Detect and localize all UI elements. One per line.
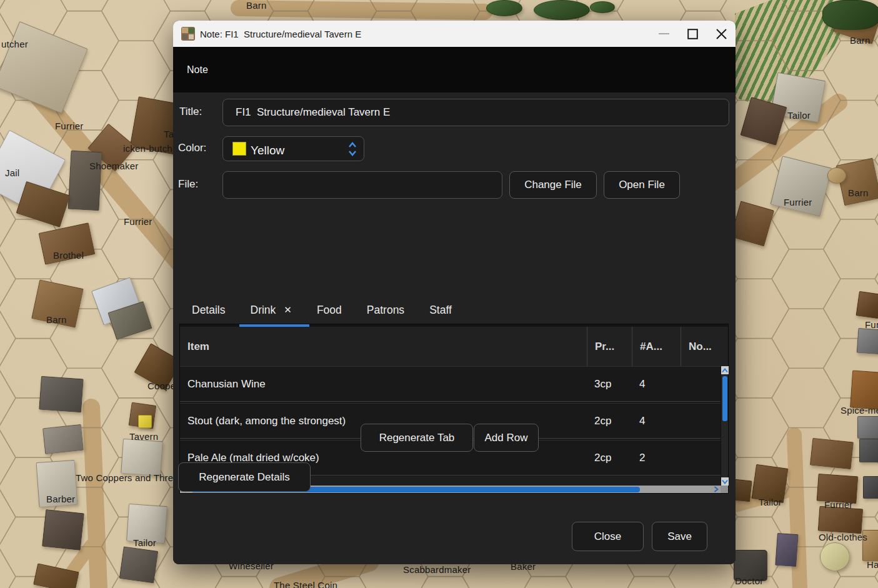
open-file-button[interactable]: Open File bbox=[604, 171, 680, 199]
map-label: Furrier bbox=[55, 121, 84, 131]
map-label: Furrier bbox=[824, 499, 853, 510]
scroll-right-icon bbox=[714, 486, 719, 492]
building bbox=[822, 0, 878, 30]
map-label: Furrier bbox=[784, 197, 812, 207]
cell-price[interactable]: 2cp bbox=[587, 441, 632, 475]
change-file-button[interactable]: Change File bbox=[509, 171, 597, 199]
building bbox=[732, 479, 752, 502]
file-label: File: bbox=[178, 178, 198, 191]
cell-note[interactable] bbox=[681, 441, 721, 475]
building bbox=[820, 542, 850, 571]
map-label: Barn bbox=[848, 187, 869, 198]
scroll-up-icon bbox=[722, 368, 728, 373]
col-notes[interactable]: No... bbox=[681, 327, 728, 366]
tab-staff[interactable]: Staff bbox=[429, 304, 452, 317]
file-input[interactable] bbox=[222, 171, 502, 199]
building bbox=[827, 167, 846, 184]
map-label: Coope bbox=[147, 381, 176, 391]
table-header: Item Pr... #A... No... bbox=[180, 327, 728, 366]
vertical-scrollbar[interactable] bbox=[721, 366, 728, 486]
tab-bar: Details Drink ✕ Food Patrons Staff bbox=[179, 296, 729, 324]
map-label: Scabbardmaker bbox=[403, 564, 471, 575]
cell-amount[interactable]: 4 bbox=[632, 367, 681, 401]
add-row-button[interactable]: Add Row bbox=[474, 424, 539, 452]
scroll-down-icon bbox=[722, 479, 728, 484]
color-select[interactable]: Yellow bbox=[222, 136, 364, 161]
building bbox=[68, 151, 102, 211]
scroll-down-button[interactable] bbox=[721, 477, 729, 486]
cell-price[interactable]: 2cp bbox=[587, 404, 632, 438]
tab-patrons-label: Patrons bbox=[367, 304, 404, 317]
map-label: Fur bbox=[865, 319, 878, 330]
spinner-up-down-icon[interactable] bbox=[347, 140, 357, 159]
maximize-button[interactable] bbox=[678, 21, 707, 47]
regenerate-tab-button[interactable]: Regenerate Tab bbox=[361, 424, 473, 452]
map-label: Jail bbox=[5, 167, 19, 178]
menu-note[interactable]: Note bbox=[187, 64, 208, 76]
color-value: Yellow bbox=[251, 144, 284, 157]
map-label: The Steel Coin bbox=[274, 580, 337, 588]
cell-price[interactable]: 3cp bbox=[587, 367, 632, 401]
map-label: Tailor bbox=[133, 537, 156, 548]
map-label: Two Coppers and Thre bbox=[76, 472, 173, 483]
save-button[interactable]: Save bbox=[652, 522, 707, 551]
scrollbar-corner bbox=[721, 486, 728, 493]
color-label: Color: bbox=[178, 142, 206, 154]
tab-drink[interactable]: Drink ✕ bbox=[251, 304, 292, 317]
color-swatch bbox=[232, 142, 246, 156]
map-label: Old-clothes bbox=[819, 532, 867, 542]
col-item[interactable]: Item bbox=[180, 327, 587, 366]
title-input[interactable] bbox=[222, 99, 729, 126]
tab-details-label: Details bbox=[192, 304, 226, 317]
tab-details[interactable]: Details bbox=[192, 304, 226, 317]
building bbox=[42, 509, 84, 551]
map-label: icken-butch bbox=[123, 143, 172, 154]
col-amount[interactable]: #A... bbox=[632, 327, 681, 366]
regenerate-details-button[interactable]: Regenerate Details bbox=[178, 462, 311, 492]
scroll-right-button[interactable] bbox=[712, 486, 721, 493]
table-row[interactable]: Chanusian Wine 3cp 4 bbox=[180, 366, 721, 402]
building bbox=[857, 328, 878, 354]
tab-food-label: Food bbox=[317, 304, 342, 317]
cell-note[interactable] bbox=[681, 404, 721, 438]
building bbox=[850, 370, 878, 409]
window-title: Note: FI1 Structure/medieval Tavern E bbox=[200, 29, 361, 39]
tab-food[interactable]: Food bbox=[317, 304, 342, 317]
building bbox=[863, 476, 878, 499]
building bbox=[534, 0, 590, 20]
tab-patrons[interactable]: Patrons bbox=[367, 304, 404, 317]
tab-close-icon[interactable]: ✕ bbox=[284, 304, 292, 316]
cell-item[interactable]: Chanusian Wine bbox=[180, 367, 587, 401]
building bbox=[857, 416, 878, 439]
close-icon bbox=[716, 28, 727, 40]
building bbox=[775, 533, 799, 567]
building bbox=[138, 415, 152, 428]
close-button[interactable] bbox=[707, 21, 736, 47]
cell-amount[interactable]: 2 bbox=[632, 441, 681, 475]
menubar: Note bbox=[173, 47, 736, 92]
scroll-up-button[interactable] bbox=[721, 366, 729, 374]
map-label: Tailor bbox=[759, 497, 782, 507]
minimize-button[interactable] bbox=[649, 21, 678, 47]
map-label: Spice-me bbox=[841, 405, 878, 416]
window-titlebar[interactable]: Note: FI1 Structure/medieval Tavern E bbox=[173, 21, 736, 47]
col-price[interactable]: Pr... bbox=[587, 327, 632, 366]
building bbox=[42, 424, 84, 454]
title-label: Title: bbox=[179, 106, 202, 118]
app-icon bbox=[181, 27, 195, 41]
map-label: Brothel bbox=[53, 250, 84, 261]
building bbox=[859, 439, 878, 462]
map-label: Barn bbox=[46, 314, 67, 325]
building bbox=[39, 376, 84, 413]
building bbox=[119, 546, 159, 583]
building bbox=[810, 438, 854, 470]
window-controls bbox=[649, 21, 736, 47]
vertical-scroll-thumb[interactable] bbox=[722, 376, 727, 421]
map-label: Ta bbox=[164, 129, 174, 139]
map-label: Barber bbox=[46, 494, 75, 504]
building bbox=[856, 291, 878, 319]
close-dialog-button[interactable]: Close bbox=[572, 522, 644, 551]
cell-note[interactable] bbox=[681, 367, 721, 401]
cell-amount[interactable]: 4 bbox=[632, 404, 681, 438]
building bbox=[121, 439, 163, 476]
